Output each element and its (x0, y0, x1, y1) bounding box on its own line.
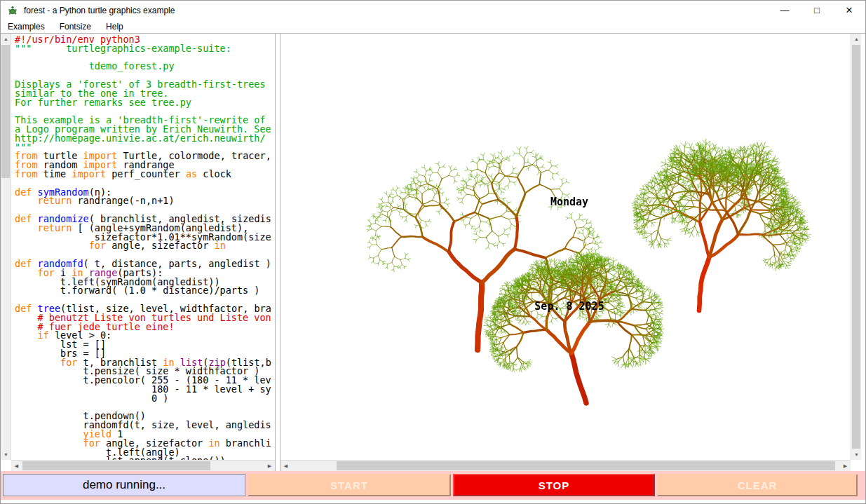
app-window: forest - a Python turtle graphics exampl… (0, 0, 866, 504)
window-title: forest - a Python turtle graphics exampl… (24, 6, 175, 15)
status-label: demo running... (3, 474, 245, 496)
canvas-text-label: Monday (550, 196, 588, 208)
canvas-vertical-scrollbar[interactable]: ▲ ▼ (851, 34, 861, 460)
scroll-up-icon[interactable]: ▲ (851, 34, 862, 44)
minimize-icon: — (780, 5, 790, 15)
menu-examples[interactable]: Examples (1, 22, 53, 32)
code-line: 0 ) (15, 394, 275, 403)
scroll-up-icon[interactable]: ▲ (1, 34, 11, 44)
maximize-icon: □ (814, 5, 820, 15)
minimize-button[interactable]: — (769, 1, 801, 20)
code-vertical-scrollbar[interactable]: ▲ ▼ (1, 34, 11, 460)
turtle-canvas (280, 34, 851, 460)
code-line: tdemo_forest.py (15, 62, 275, 71)
code-line: from time import perf_counter as clock (15, 170, 275, 179)
maximize-button[interactable]: □ (801, 1, 833, 20)
code-hscroll-thumb[interactable] (22, 461, 210, 470)
menu-fontsize[interactable]: Fontsize (53, 22, 99, 32)
canvas-vscroll-thumb[interactable] (852, 45, 860, 449)
code-line: return randrange(-n,n+1) (15, 196, 275, 205)
scroll-down-icon[interactable]: ▼ (851, 449, 862, 460)
menubar: Examples Fontsize Help (1, 20, 865, 34)
canvas-area: MondaySep. 8 2025 (280, 34, 851, 460)
close-button[interactable]: ✕ (833, 1, 865, 20)
code-line: """ turtlegraphics-example-suite: (15, 44, 275, 53)
titlebar: forest - a Python turtle graphics exampl… (1, 1, 865, 20)
bottom-bar: demo running... START STOP CLEAR (1, 471, 865, 500)
close-icon: ✕ (846, 5, 853, 15)
code-line: For further remarks see tree.py (15, 98, 275, 107)
code-line: for angle, sizefactor in (15, 241, 275, 250)
panel-sash[interactable] (275, 34, 280, 471)
start-button[interactable]: START (248, 474, 451, 496)
code-text[interactable]: #!/usr/bin/env python3""" turtlegraphics… (11, 34, 275, 460)
stop-button[interactable]: STOP (453, 474, 655, 496)
code-horizontal-scrollbar[interactable]: ◀ ▶ (11, 460, 275, 471)
scroll-right-icon[interactable]: ▶ (840, 461, 851, 471)
scroll-left-icon[interactable]: ◀ (280, 461, 291, 471)
window-controls: — □ ✕ (769, 1, 865, 20)
clear-button[interactable]: CLEAR (657, 474, 858, 496)
scroll-down-icon[interactable]: ▼ (1, 449, 11, 460)
canvas-text-label: Sep. 8 2025 (534, 300, 604, 313)
code-line: t.forward( (1.0 * distance)/parts ) (15, 286, 275, 295)
canvas-hscroll-thumb[interactable] (337, 461, 835, 470)
scroll-left-icon[interactable]: ◀ (11, 461, 22, 471)
code-vscroll-thumb[interactable] (1, 45, 10, 178)
menu-help[interactable]: Help (99, 22, 131, 32)
code-line: http://homepage.univie.ac.at/erich.neuwi… (15, 134, 275, 143)
canvas-horizontal-scrollbar[interactable]: ◀ ▶ (280, 460, 851, 471)
turtle-icon (7, 5, 18, 16)
scroll-right-icon[interactable]: ▶ (264, 461, 275, 471)
